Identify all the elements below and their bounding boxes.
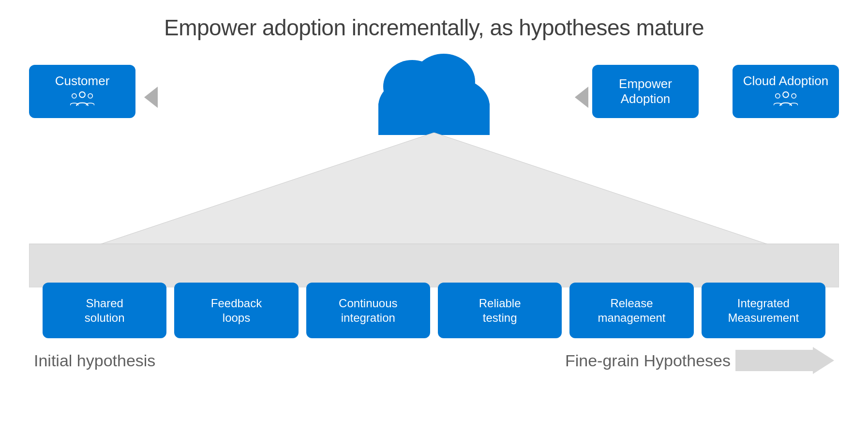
fine-grain-label: Fine-grain Hypotheses xyxy=(565,351,731,370)
initial-hypothesis-label: Initial hypothesis xyxy=(34,351,155,370)
customer-box: Customer xyxy=(29,65,135,118)
continuous-integration-box: Continuousintegration xyxy=(306,283,430,338)
footer-right: Fine-grain Hypotheses xyxy=(565,347,834,374)
left-arrow-2 xyxy=(575,87,588,108)
integrated-measurement-label: IntegratedMeasurement xyxy=(728,296,799,325)
svg-point-0 xyxy=(79,92,85,98)
shared-solution-box: Sharedsolution xyxy=(43,283,166,338)
svg-rect-8 xyxy=(378,104,490,135)
right-arrow xyxy=(735,347,834,374)
page-title: Empower adoption incrementally, as hypot… xyxy=(164,15,704,41)
triangle-area xyxy=(29,133,839,287)
feedback-loops-box: Feedbackloops xyxy=(174,283,298,338)
footer-row: Initial hypothesis Fine-grain Hypotheses xyxy=(29,347,839,374)
bottom-boxes: Sharedsolution Feedbackloops Continuousi… xyxy=(29,283,839,338)
reliable-testing-label: Reliabletesting xyxy=(479,296,521,325)
release-management-label: Releasemanagement xyxy=(598,296,665,325)
empower-adoption-box: EmpowerAdoption xyxy=(592,65,699,118)
arrow-body xyxy=(735,350,813,371)
svg-point-2 xyxy=(88,94,92,98)
svg-rect-13 xyxy=(29,244,839,287)
cloud-adoption-label: Cloud Adoption xyxy=(743,74,828,89)
integrated-measurement-box: IntegratedMeasurement xyxy=(702,283,825,338)
continuous-integration-label: Continuousintegration xyxy=(339,296,397,325)
svg-point-1 xyxy=(72,94,76,98)
empower-label: EmpowerAdoption xyxy=(619,76,672,106)
svg-point-10 xyxy=(776,94,780,98)
feedback-loops-label: Feedbackloops xyxy=(211,296,262,325)
svg-point-11 xyxy=(792,94,796,98)
customer-label: Customer xyxy=(55,74,110,89)
left-arrow-1 xyxy=(144,87,158,108)
cloud-adoption-box: Cloud Adoption xyxy=(733,65,839,118)
people-icon-2 xyxy=(774,91,798,109)
shared-solution-label: Sharedsolution xyxy=(85,296,125,325)
diagram-area: Customer xyxy=(29,55,839,425)
arrow-head xyxy=(813,347,834,374)
svg-point-7 xyxy=(412,54,475,110)
svg-point-9 xyxy=(783,92,789,98)
release-management-box: Releasemanagement xyxy=(569,283,693,338)
reliable-testing-box: Reliabletesting xyxy=(438,283,562,338)
cloud-container xyxy=(366,50,502,137)
top-row: Customer xyxy=(29,55,839,133)
people-icon xyxy=(70,91,94,109)
